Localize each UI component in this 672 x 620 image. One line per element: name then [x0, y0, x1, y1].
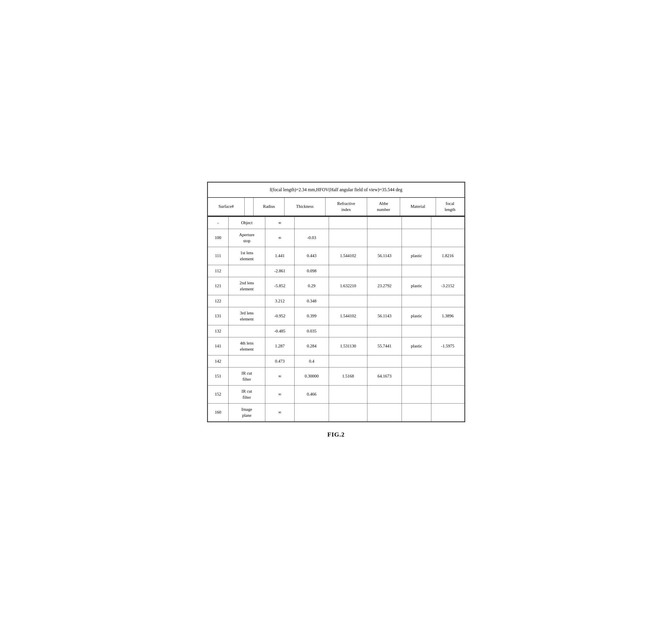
cell-focal-length: -3.2152 [431, 277, 464, 295]
cell-surface: 112 [208, 265, 228, 277]
cell-refractive-index [329, 325, 368, 337]
cell-material [402, 385, 431, 403]
cell-thickness: 0.30000 [295, 367, 329, 385]
cell-refractive-index: 1.544102 [329, 307, 368, 325]
cell-refractive-index [329, 403, 368, 421]
cell-surface: 160 [208, 403, 228, 421]
cell-focal-length [431, 403, 464, 421]
table-row: -Object∞ [208, 217, 464, 229]
table-row: 1414th lenselement1.2870.2841.53113055.7… [208, 337, 464, 355]
header-col2 [245, 198, 253, 216]
cell-description [228, 265, 265, 277]
table-row: 1313rd lenselement-0.9520.3991.54410256.… [208, 307, 464, 325]
cell-focal-length: 1.8216 [431, 247, 464, 265]
cell-refractive-index [329, 217, 368, 229]
cell-material: plastic [402, 307, 431, 325]
cell-focal-length [431, 295, 464, 307]
cell-material: plastic [402, 337, 431, 355]
cell-abbe-number [368, 403, 402, 421]
table-row: 112-2.8610.098 [208, 265, 464, 277]
cell-description: 2nd lenselement [228, 277, 265, 295]
cell-material [402, 229, 431, 247]
cell-surface: 122 [208, 295, 228, 307]
cell-abbe-number [368, 217, 402, 229]
cell-thickness: 0.399 [295, 307, 329, 325]
cell-focal-length [431, 367, 464, 385]
table-row: 151IR cutfilter∞0.300001.516864.1673 [208, 367, 464, 385]
header-row: Surface# Radius Thickness Refractiveinde… [208, 198, 464, 216]
table-row: 160Imageplane∞ [208, 403, 464, 421]
cell-radius: 3.212 [265, 295, 295, 307]
header-focal-length: focallength [436, 198, 464, 216]
header-surface: Surface# [208, 198, 245, 216]
table-row: 1223.2120.348 [208, 295, 464, 307]
cell-surface: 142 [208, 355, 228, 367]
cell-focal-length [431, 325, 464, 337]
cell-radius: ∞ [265, 229, 295, 247]
cell-radius: 0.473 [265, 355, 295, 367]
cell-description: Object [228, 217, 265, 229]
header-material: Material [400, 198, 436, 216]
cell-abbe-number [368, 385, 402, 403]
cell-material [402, 295, 431, 307]
table-row: 1212nd lenselement-5.8520.291.63221023.2… [208, 277, 464, 295]
cell-description [228, 325, 265, 337]
table-row: 132-0.4850.035 [208, 325, 464, 337]
page-container: f(focal length)=2.34 mm,HFOV(Half angula… [207, 182, 465, 438]
cell-radius: ∞ [265, 367, 295, 385]
cell-material [402, 355, 431, 367]
cell-description [228, 355, 265, 367]
cell-radius: -2.861 [265, 265, 295, 277]
cell-description: 1st lenselement [228, 247, 265, 265]
table-row: 1111st lenselement1.4410.4431.54410256.1… [208, 247, 464, 265]
cell-abbe-number: 56.1143 [368, 307, 402, 325]
cell-refractive-index [329, 295, 368, 307]
cell-thickness: 0.466 [295, 385, 329, 403]
cell-material: plastic [402, 247, 431, 265]
cell-radius: 1.287 [265, 337, 295, 355]
cell-refractive-index: 1.544102 [329, 247, 368, 265]
cell-focal-length [431, 385, 464, 403]
cell-surface: 152 [208, 385, 228, 403]
cell-refractive-index [329, 385, 368, 403]
table-wrapper: f(focal length)=2.34 mm,HFOV(Half angula… [207, 182, 465, 216]
header-refractive-index: Refractiveindex [325, 198, 367, 216]
data-table: f(focal length)=2.34 mm,HFOV(Half angula… [208, 182, 465, 216]
cell-refractive-index [329, 265, 368, 277]
cell-thickness: 0.035 [295, 325, 329, 337]
cell-refractive-index: 1.632210 [329, 277, 368, 295]
cell-abbe-number: 56.1143 [368, 247, 402, 265]
cell-description: IR cutfilter [228, 385, 265, 403]
cell-radius: ∞ [265, 385, 295, 403]
cell-thickness: 0.284 [295, 337, 329, 355]
cell-radius: -0.952 [265, 307, 295, 325]
caption-row: f(focal length)=2.34 mm,HFOV(Half angula… [208, 183, 464, 198]
fig-label: FIG.2 [327, 431, 345, 438]
cell-abbe-number [368, 229, 402, 247]
cell-material [402, 367, 431, 385]
header-thickness: Thickness [284, 198, 325, 216]
cell-focal-length [431, 229, 464, 247]
cell-thickness [295, 217, 329, 229]
cell-material: plastic [402, 277, 431, 295]
cell-radius: -0.485 [265, 325, 295, 337]
data-body-table: -Object∞100Aperturestop∞-0.031111st lens… [208, 217, 465, 422]
cell-abbe-number: 64.1673 [368, 367, 402, 385]
cell-abbe-number [368, 295, 402, 307]
cell-refractive-index: 1.5168 [329, 367, 368, 385]
cell-thickness: 0.4 [295, 355, 329, 367]
cell-refractive-index [329, 229, 368, 247]
cell-surface: 141 [208, 337, 228, 355]
cell-thickness: 0.443 [295, 247, 329, 265]
cell-abbe-number [368, 355, 402, 367]
cell-abbe-number [368, 325, 402, 337]
cell-focal-length [431, 355, 464, 367]
cell-surface: 121 [208, 277, 228, 295]
cell-description: IR cutfilter [228, 367, 265, 385]
table-row: 100Aperturestop∞-0.03 [208, 229, 464, 247]
cell-abbe-number: 23.2792 [368, 277, 402, 295]
cell-radius: ∞ [265, 217, 295, 229]
cell-description [228, 295, 265, 307]
cell-refractive-index [329, 355, 368, 367]
cell-surface: 100 [208, 229, 228, 247]
